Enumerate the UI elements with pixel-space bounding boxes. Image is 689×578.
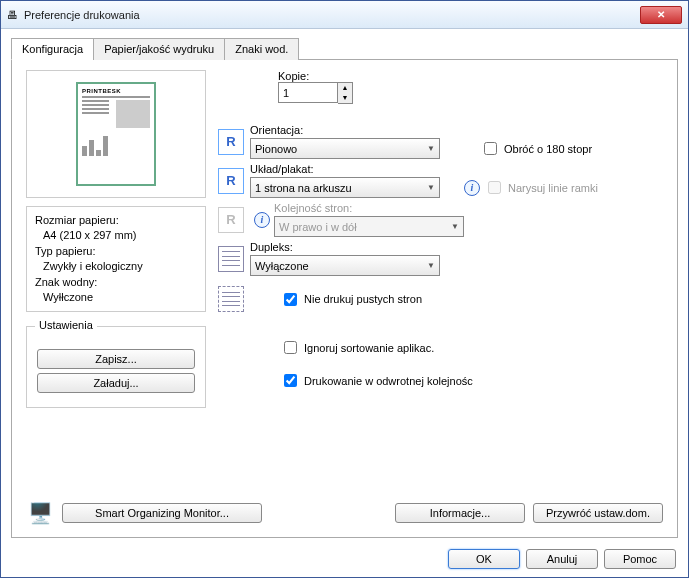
paper-type-value: Zwykły i ekologiczny	[35, 259, 197, 274]
tab-watermark[interactable]: Znaki wod.	[224, 38, 299, 60]
paper-size-value: A4 (210 x 297 mm)	[35, 228, 197, 243]
panel-bottom-row: 🖥️ Smart Organizing Monitor... Informacj…	[26, 499, 663, 527]
reset-layout-button[interactable]: R	[218, 168, 244, 194]
reset-orientation-button[interactable]: R	[218, 129, 244, 155]
reverse-print-label: Drukowanie w odwrotnej kolejnośc	[304, 375, 473, 387]
ignore-sort-checkbox[interactable]: Ignoruj sortowanie aplikac.	[280, 338, 434, 357]
layout-row: R Układ/plakat: 1 strona na arkuszu ▼ i …	[218, 163, 663, 198]
watermark-label: Znak wodny:	[35, 275, 197, 290]
copies-up-icon[interactable]: ▲	[338, 83, 352, 93]
rotate-180-label: Obróć o 180 stopr	[504, 143, 592, 155]
paper-info-box: Rozmiar papieru: A4 (210 x 297 mm) Typ p…	[26, 206, 206, 312]
restore-defaults-button[interactable]: Przywróć ustaw.dom.	[533, 503, 663, 523]
orientation-select[interactable]: Pionowo ▼	[250, 138, 440, 159]
page-thumbnail: PRINTBESK	[76, 82, 156, 186]
rotate-180-checkbox[interactable]: Obróć o 180 stopr	[480, 139, 592, 158]
ok-button[interactable]: OK	[448, 549, 520, 569]
close-button[interactable]: ✕	[640, 6, 682, 24]
orientation-label: Orientacja:	[250, 124, 460, 136]
skip-blank-checkbox[interactable]: Nie drukuj pustych stron	[280, 290, 422, 309]
ignore-sort-label: Ignoruj sortowanie aplikac.	[304, 342, 434, 354]
reset-page-order-button: R	[218, 207, 244, 233]
tab-strip: Konfiguracja Papier/jakość wydruku Znaki…	[11, 37, 678, 60]
duplex-select[interactable]: Wyłączone ▼	[250, 255, 440, 276]
config-panel: PRINTBESK Rozmiar papieru:	[11, 60, 678, 538]
watermark-value: Wyłłczone	[35, 290, 197, 305]
layout-select[interactable]: 1 strona na arkuszu ▼	[250, 177, 440, 198]
window-title: Preferencje drukowania	[24, 9, 640, 21]
skip-blank-input[interactable]	[284, 293, 297, 306]
page-order-row: R i Kolejność stron: W prawo i w dół ▼	[218, 202, 663, 237]
titlebar: 🖶 Preferencje drukowania ✕	[1, 1, 688, 29]
duplex-icon	[218, 246, 244, 272]
info-button[interactable]: Informacje...	[395, 503, 525, 523]
framelines-label: Narysuj linie ramki	[508, 182, 598, 194]
layout-label: Układ/plakat:	[250, 163, 460, 175]
printer-icon: 🖶	[7, 9, 18, 21]
content-area: Konfiguracja Papier/jakość wydruku Znaki…	[1, 29, 688, 546]
chevron-down-icon: ▼	[427, 183, 435, 192]
chevron-down-icon: ▼	[451, 222, 459, 231]
reverse-print-row: Drukowanie w odwrotnej kolejnośc	[218, 371, 663, 390]
right-column: Kopie: ▲ ▼ R Orientacja: Pionowo	[218, 70, 663, 394]
left-column: PRINTBESK Rozmiar papieru:	[26, 70, 206, 408]
copies-label: Kopie:	[278, 70, 309, 82]
settings-legend: Ustawienia	[35, 319, 97, 331]
blank-page-icon	[218, 286, 244, 312]
settings-group: Ustawienia Zapisz... Załaduj...	[26, 326, 206, 408]
orientation-row: R Orientacja: Pionowo ▼ Obróć o 180 stop…	[218, 124, 663, 159]
duplex-label: Dupleks:	[250, 241, 460, 253]
chevron-down-icon: ▼	[427, 144, 435, 153]
monitor-icon: 🖥️	[26, 499, 54, 527]
duplex-row: Dupleks: Wyłączone ▼	[218, 241, 663, 276]
page-order-value: W prawo i w dół	[279, 221, 357, 233]
layout-value: 1 strona na arkuszu	[255, 182, 352, 194]
chevron-down-icon: ▼	[427, 261, 435, 270]
skip-blank-label: Nie drukuj pustych stron	[304, 293, 422, 305]
orientation-value: Pionowo	[255, 143, 297, 155]
load-settings-button[interactable]: Załaduj...	[37, 373, 195, 393]
thumb-chart-icon	[82, 132, 150, 156]
thumb-image-icon	[116, 100, 150, 128]
save-settings-button[interactable]: Zapisz...	[37, 349, 195, 369]
copies-input[interactable]	[278, 82, 338, 103]
ignore-sort-row: Ignoruj sortowanie aplikac.	[218, 338, 663, 357]
tab-config[interactable]: Konfiguracja	[11, 38, 94, 60]
rotate-180-input[interactable]	[484, 142, 497, 155]
duplex-value: Wyłączone	[255, 260, 309, 272]
framelines-checkbox: Narysuj linie ramki	[484, 178, 598, 197]
help-button[interactable]: Pomoc	[604, 549, 676, 569]
paper-type-label: Typ papieru:	[35, 244, 197, 259]
info-icon[interactable]: i	[464, 180, 480, 196]
print-preferences-window: 🖶 Preferencje drukowania ✕ Konfiguracja …	[0, 0, 689, 578]
copies-field: Kopie: ▲ ▼	[278, 70, 663, 104]
dialog-button-row: OK Anuluj Pomoc	[448, 549, 676, 569]
thumb-header: PRINTBESK	[82, 88, 150, 94]
cancel-button[interactable]: Anuluj	[526, 549, 598, 569]
copies-spinner[interactable]: ▲ ▼	[278, 82, 663, 104]
ignore-sort-input[interactable]	[284, 341, 297, 354]
page-preview: PRINTBESK	[26, 70, 206, 198]
framelines-input	[488, 181, 501, 194]
skip-blank-row: Nie drukuj pustych stron	[218, 286, 663, 312]
tab-paper-quality[interactable]: Papier/jakość wydruku	[93, 38, 225, 60]
paper-size-label: Rozmiar papieru:	[35, 213, 197, 228]
page-order-select: W prawo i w dół ▼	[274, 216, 464, 237]
page-order-label: Kolejność stron:	[274, 202, 464, 214]
copies-down-icon[interactable]: ▼	[338, 93, 352, 103]
reverse-print-input[interactable]	[284, 374, 297, 387]
reverse-print-checkbox[interactable]: Drukowanie w odwrotnej kolejnośc	[280, 371, 473, 390]
smart-organizing-monitor-button[interactable]: Smart Organizing Monitor...	[62, 503, 262, 523]
